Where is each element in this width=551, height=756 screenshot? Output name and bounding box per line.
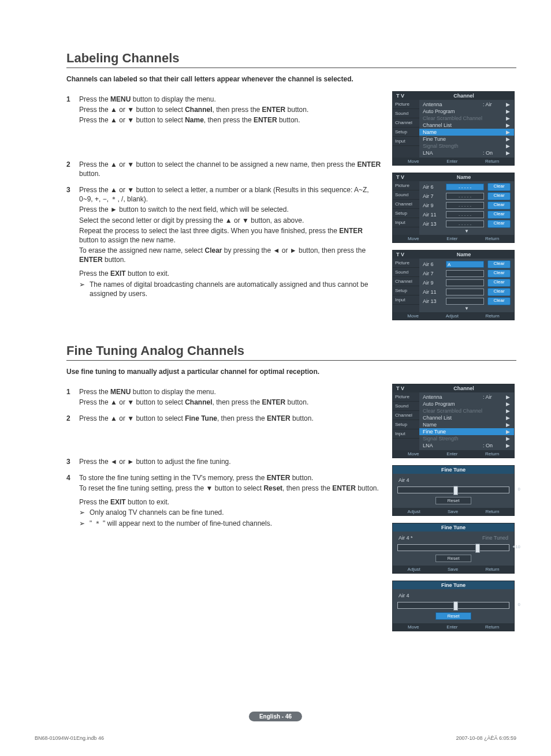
osd-side-item: Input: [393, 218, 419, 227]
osd-title: Fine Tune: [393, 523, 514, 532]
legend-item: Adjust: [408, 567, 420, 572]
osd-row-selected: Fine Tune: [423, 429, 506, 435]
name-ch: Air 13: [423, 298, 442, 304]
name-ch: Air 7: [423, 271, 442, 276]
osd-side-item: Setup: [393, 286, 419, 295]
step-num: 2: [66, 160, 79, 179]
name-ch: Air 7: [423, 193, 442, 199]
note-icon: ➢: [79, 508, 90, 517]
osd-title: Name: [417, 252, 511, 257]
osd-side-item: Input: [393, 295, 419, 305]
osd-side-item: Sound: [393, 402, 419, 411]
name-ch: Air 6: [423, 184, 442, 190]
arrow-icon: ▶: [506, 401, 511, 407]
legend-item: Move: [408, 624, 419, 630]
osd-side-item: Picture: [393, 100, 419, 109]
ft-value: 0: [518, 486, 520, 492]
osd-row: Auto Program: [423, 108, 506, 114]
arrow-icon: ▶: [506, 408, 511, 414]
step-line: Repeat the process to select the last th…: [79, 226, 382, 245]
legend-item: Save: [448, 567, 458, 572]
osd-name-edit: T VName Picture Sound Channel Setup Inpu…: [392, 250, 515, 320]
osd-row-selected: Name: [423, 129, 506, 135]
note-text: The names of digital broadcasting channe…: [90, 280, 382, 298]
osd-column: T VChannel Picture Sound Channel Setup I…: [392, 384, 516, 638]
arrow-icon: ▶: [506, 136, 511, 142]
name-ch: Air 11: [423, 289, 442, 295]
osd-row-val: : Air: [483, 394, 506, 400]
step-num: 1: [66, 387, 79, 408]
name-ch: Air 13: [423, 221, 442, 227]
osd-row-val: : On: [483, 150, 506, 156]
instructions-left: 1 Press the MENU button to display the m…: [66, 384, 382, 638]
osd-row: Name: [423, 422, 506, 428]
reset-button: Reset: [435, 497, 471, 504]
osd-row: Antenna: [423, 102, 483, 107]
arrow-icon: ▶: [506, 415, 511, 421]
osd-name-list: T VName Picture Sound Channel Setup Inpu…: [392, 173, 515, 243]
osd-tv-label: T V: [396, 93, 417, 99]
step-line: Press the MENU button to display the men…: [79, 387, 308, 396]
step-line: Press the ▲ or ▼ button to select Channe…: [79, 105, 308, 114]
osd-side-item: Picture: [393, 392, 419, 402]
ft-value: +10: [512, 544, 520, 549]
name-box: - - - - -: [446, 184, 484, 190]
ft-slider: 0: [397, 486, 509, 493]
legend-item: Return: [485, 451, 499, 456]
ft-slider: 0: [397, 602, 509, 609]
step-line: Press the MENU button to display the men…: [79, 95, 308, 104]
name-box: [446, 289, 484, 295]
osd-side-item: Sound: [393, 109, 419, 118]
step-line: Press the ► button to switch to the next…: [79, 205, 382, 214]
clear-button: Clear: [487, 211, 511, 219]
clear-button: Clear: [487, 192, 511, 200]
step-line: Press the ◄ or ► button to adjust the fi…: [79, 457, 231, 466]
osd-row: Signal Strength: [423, 143, 506, 149]
osd-title: Fine Tune: [393, 581, 514, 589]
step-num: 1: [66, 95, 79, 126]
clear-button: Clear: [487, 288, 511, 296]
ft-channel: Air 4 *: [399, 535, 413, 541]
legend-item: Save: [448, 509, 458, 514]
arrow-icon: ▶: [506, 150, 511, 156]
step-line: Press the ▲ or ▼ button to select a lett…: [79, 185, 382, 204]
osd-row-val: : On: [483, 443, 506, 448]
reset-button: Reset: [435, 555, 471, 562]
clear-button: Clear: [487, 297, 511, 305]
osd-tv-label: T V: [396, 386, 417, 391]
arrow-icon: ▶: [506, 143, 511, 149]
step-num: 2: [66, 414, 79, 424]
footer-left: BN68-01094W-01Eng.indb 46: [35, 735, 104, 741]
osd-finetune-reset: Fine Tune Air 4 0 Reset MoveEnterReturn: [392, 581, 515, 631]
ft-slider: +10: [397, 544, 509, 551]
legend-item: Return: [485, 509, 499, 514]
osd-side-item: Input: [393, 137, 419, 146]
step-line: Press the EXIT button to exit.: [79, 497, 379, 507]
legend-item: Move: [408, 451, 419, 456]
section-title-finetune: Fine Tuning Analog Channels: [66, 343, 516, 361]
step-line: Press the ▲ or ▼ button to select Name, …: [79, 115, 308, 125]
legend-item: Return: [485, 159, 499, 164]
step-line: Press the ▲ or ▼ button to select Fine T…: [79, 414, 314, 423]
legend-item: Move: [408, 159, 419, 164]
osd-row: Clear Scrambled Channel: [423, 115, 506, 121]
arrow-icon: ▶: [506, 443, 511, 448]
legend-item: Return: [485, 624, 499, 630]
osd-side-item: Setup: [393, 209, 419, 218]
osd-side-item: Input: [393, 429, 419, 439]
legend-item: Return: [485, 236, 499, 241]
name-box: [446, 279, 484, 286]
ft-channel: Air 4: [399, 593, 409, 598]
step-num: 4: [66, 473, 79, 529]
arrow-icon: ▶: [506, 436, 511, 441]
osd-title: Name: [417, 174, 511, 180]
clear-button: Clear: [487, 201, 511, 209]
legend-item: Move: [408, 236, 419, 241]
clear-button: Clear: [487, 183, 511, 191]
osd-row: Auto Program: [423, 401, 506, 407]
osd-finetune-tuned: Fine Tune Air 4 *Fine Tuned +10 Reset Ad…: [392, 523, 515, 574]
name-box: - - - - -: [446, 202, 484, 209]
name-box: [446, 270, 484, 277]
section-intro-labeling: Channels can labeled so that their call …: [66, 75, 516, 83]
ft-channel: Air 4: [399, 477, 409, 483]
